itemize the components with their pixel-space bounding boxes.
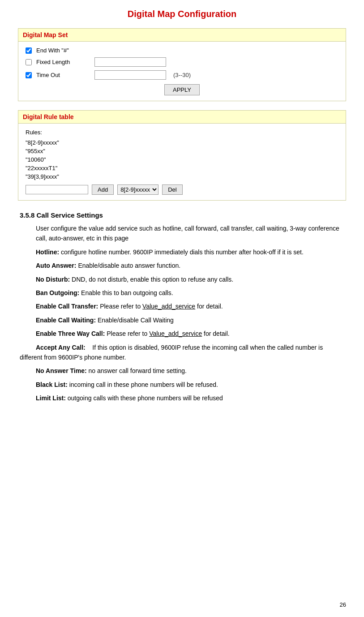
three-way-text: Please refer to: [107, 330, 149, 337]
digital-map-set-body: End With "#" Fixed Length 11 Time Out 5 …: [18, 42, 346, 101]
time-out-row: Time Out 5 (3--30): [26, 70, 338, 80]
black-list-text: incoming call in these phone numbers wil…: [69, 381, 218, 388]
limit-list-paragraph: Limit List: outgoing calls with these ph…: [36, 393, 344, 403]
digital-map-set-section: Digital Map Set End With "#" Fixed Lengt…: [18, 28, 346, 101]
hotline-paragraph: Hotline: configure hotline number. 9600I…: [36, 247, 344, 257]
rules-list: "8[2-9]xxxxx" "955xx" "10060" "22xxxxxT1…: [26, 138, 338, 181]
time-out-label: Time Out: [36, 72, 90, 78]
no-answer-time-term: No Answer Time:: [36, 367, 87, 374]
time-out-checkbox[interactable]: [26, 72, 32, 78]
apply-button[interactable]: APPLY: [164, 84, 200, 95]
hotline-term: Hotline:: [36, 249, 59, 256]
call-waiting-term: Enable Call Waiting:: [36, 317, 96, 324]
no-answer-time-text: no answer call forward time setting.: [88, 367, 186, 374]
list-item: "39[3,9]xxxx": [26, 172, 338, 181]
call-service-heading: 3.5.8 Call Service Settings: [20, 211, 344, 219]
fixed-length-input[interactable]: 11: [94, 57, 166, 67]
time-out-hint: (3--30): [173, 72, 191, 78]
end-with-hash-label: End With "#": [36, 47, 90, 54]
hotline-text: configure hotline number. 9600IP immedia…: [61, 249, 304, 256]
ban-outgoing-paragraph: Ban Outgoing: Enable this to ban outgoin…: [36, 288, 344, 298]
add-rule-button[interactable]: Add: [92, 184, 114, 195]
call-waiting-text: Enable/disable Call Waiting: [98, 317, 174, 324]
fixed-length-row: Fixed Length 11: [26, 57, 338, 67]
intro-text: User configure the value add service suc…: [36, 225, 339, 242]
no-answer-time-paragraph: No Answer Time: no answer call forward t…: [36, 366, 344, 376]
apply-row: APPLY: [26, 84, 338, 95]
ban-outgoing-term: Ban Outgoing:: [36, 289, 79, 296]
call-transfer-term: Enable Call Transfer:: [36, 303, 98, 310]
call-transfer-link: Value_add_service: [142, 303, 195, 310]
no-disturb-term: No Disturb:: [36, 276, 70, 283]
call-transfer-paragraph: Enable Call Transfer: Please refer to Va…: [36, 301, 344, 311]
digital-rule-table-body: Rules: "8[2-9]xxxxx" "955xx" "10060" "22…: [18, 124, 346, 200]
end-with-hash-row: End With "#": [26, 47, 338, 54]
intro-paragraph: User configure the value add service suc…: [36, 223, 344, 244]
ban-outgoing-text: Enable this to ban outgoing calls.: [81, 289, 173, 296]
call-transfer-text2: for detail.: [197, 303, 223, 310]
call-waiting-paragraph: Enable Call Waiting: Enable/disable Call…: [36, 315, 344, 325]
no-disturb-paragraph: No Disturb: DND, do not disturb, enable …: [36, 274, 344, 284]
limit-list-term: Limit List:: [36, 394, 66, 402]
list-item: "955xx": [26, 147, 338, 155]
no-disturb-text: DND, do not disturb, enable this option …: [72, 276, 233, 283]
three-way-link: Value_add_service: [149, 330, 202, 337]
three-way-term: Enable Three Way Call:: [36, 330, 105, 337]
new-rule-input[interactable]: [26, 185, 88, 194]
auto-answer-paragraph: Auto Answer: Enable/disable auto answer …: [36, 261, 344, 270]
time-out-input[interactable]: 5: [94, 70, 166, 80]
call-transfer-text: Please refer to: [100, 303, 142, 310]
three-way-text2: for detail.: [204, 330, 230, 337]
list-item: "8[2-9]xxxxx": [26, 138, 338, 147]
page-number: 26: [340, 601, 346, 608]
list-item: "22xxxxxT1": [26, 164, 338, 172]
auto-answer-text: Enable/disable auto answer function.: [78, 262, 180, 269]
del-rule-button[interactable]: Del: [162, 184, 183, 195]
digital-rule-table-section: Digital Rule table Rules: "8[2-9]xxxxx" …: [18, 110, 346, 201]
list-item: "10060": [26, 155, 338, 164]
fixed-length-label: Fixed Length: [36, 59, 90, 65]
end-with-hash-checkbox[interactable]: [26, 47, 32, 54]
fixed-length-checkbox[interactable]: [26, 59, 32, 65]
limit-list-text: outgoing calls with these phone numbers …: [68, 394, 223, 402]
digital-map-set-header: Digital Map Set: [18, 29, 346, 42]
three-way-paragraph: Enable Three Way Call: Please refer to V…: [36, 329, 344, 338]
accept-any-call-term: Accept Any Call:: [36, 344, 86, 351]
black-list-paragraph: Black List: incoming call in these phone…: [36, 380, 344, 390]
rule-controls-row: Add 8[2-9]xxxxx 955xx 10060 22xxxxxT1 39…: [26, 184, 338, 195]
call-service-settings-section: 3.5.8 Call Service Settings User configu…: [18, 211, 346, 403]
black-list-term: Black List:: [36, 381, 68, 388]
page-title: Digital Map Configuration: [18, 9, 346, 19]
digital-rule-table-header: Digital Rule table: [18, 111, 346, 124]
rules-label: Rules:: [26, 129, 338, 136]
rule-dropdown[interactable]: 8[2-9]xxxxx 955xx 10060 22xxxxxT1 39[3,9…: [117, 184, 158, 195]
accept-any-call-paragraph: Accept Any Call: If this option is disab…: [20, 343, 344, 363]
auto-answer-term: Auto Answer:: [36, 262, 76, 269]
